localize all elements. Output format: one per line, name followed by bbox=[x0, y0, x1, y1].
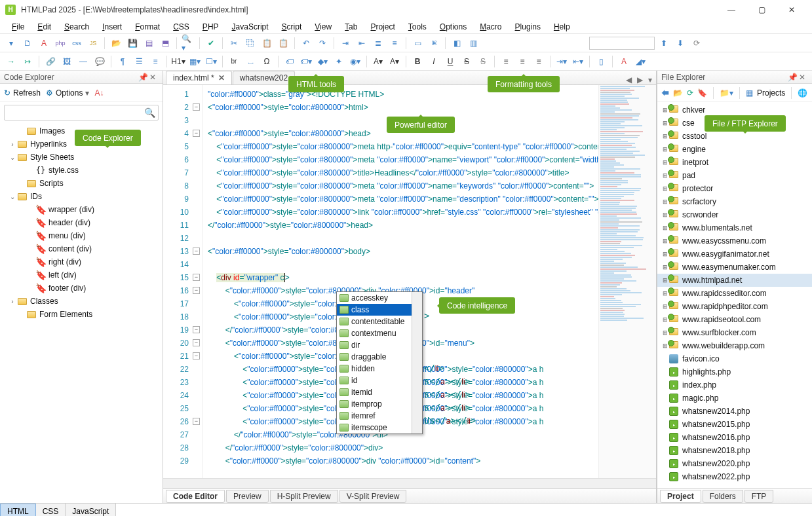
autocomplete-item[interactable]: itemref bbox=[337, 410, 422, 422]
br-icon[interactable]: br bbox=[227, 54, 241, 69]
ol-icon[interactable]: ≡ bbox=[148, 54, 163, 69]
mode-tab[interactable]: CSS bbox=[36, 504, 66, 516]
menu-tab[interactable]: Tab bbox=[338, 20, 364, 33]
search-input[interactable] bbox=[7, 106, 144, 119]
close-panel-icon[interactable]: ✕ bbox=[799, 73, 808, 82]
file-row[interactable]: ⊞www.surfblocker.com bbox=[657, 326, 812, 339]
file-row[interactable]: ▸index.php bbox=[657, 378, 812, 392]
close-button[interactable]: ✕ bbox=[777, 0, 807, 20]
palette-icon[interactable]: ▥ bbox=[466, 36, 480, 50]
file-row[interactable]: ⊞www.easycssmenu.com bbox=[657, 234, 812, 248]
tree-item[interactable]: 🔖menu (div) bbox=[0, 229, 163, 242]
open-icon[interactable]: 📂 bbox=[109, 36, 123, 50]
indent2-icon[interactable]: ⇥▾ bbox=[554, 54, 569, 69]
para-icon[interactable]: ¶ bbox=[115, 54, 130, 69]
textcolor-icon[interactable]: A bbox=[617, 54, 631, 69]
file-row[interactable]: favicon.ico bbox=[657, 352, 812, 365]
code-tree[interactable]: Images›Hyperlinks⌄Style Sheets{}style.cs… bbox=[0, 123, 163, 322]
file-row[interactable]: ⊞chkver bbox=[657, 103, 812, 117]
css-btn-icon[interactable]: ◆▾ bbox=[315, 54, 330, 69]
savecloud-icon[interactable]: ⬒ bbox=[158, 36, 172, 50]
heading-icon[interactable]: H1▾ bbox=[171, 54, 185, 69]
menu-format[interactable]: Format bbox=[128, 20, 166, 33]
proj-icon[interactable]: ▦ bbox=[746, 88, 753, 98]
file-row[interactable]: ▸whatsnew2018.php bbox=[657, 444, 812, 457]
arrow-icon[interactable]: → bbox=[4, 54, 18, 69]
file-row[interactable]: ⊞scrwonder bbox=[657, 208, 812, 221]
file-row[interactable]: ⊞www.rapidcsseditor.com bbox=[657, 287, 812, 300]
scrollbar-v[interactable] bbox=[412, 292, 422, 433]
autocomplete-item[interactable]: hidden bbox=[337, 363, 422, 375]
tree-item[interactable]: 🔖right (div) bbox=[0, 255, 163, 268]
sync-icon[interactable]: ⟳ bbox=[689, 36, 704, 50]
file-row[interactable]: ⊞www.easymenumaker.com bbox=[657, 261, 812, 274]
tree-item[interactable]: 🔖footer (div) bbox=[0, 282, 163, 295]
line-icon[interactable]: — bbox=[76, 54, 90, 69]
bgcolor-icon[interactable]: ◢▾ bbox=[633, 54, 648, 69]
fold-icon[interactable]: − bbox=[193, 274, 200, 281]
menu-edit[interactable]: Edit bbox=[31, 20, 58, 33]
minimize-button[interactable]: — bbox=[716, 0, 746, 20]
refresh-icon[interactable]: ⟳ bbox=[687, 88, 693, 98]
editor-tab[interactable]: index.html *✕ bbox=[166, 71, 232, 84]
autocomplete-item[interactable]: draggable bbox=[337, 351, 422, 363]
tree-item[interactable]: ›Classes bbox=[0, 295, 163, 308]
menu-macro[interactable]: Macro bbox=[473, 20, 508, 33]
projects-label[interactable]: Projects bbox=[757, 88, 785, 98]
autocomplete-item[interactable]: itemprop bbox=[337, 398, 422, 410]
undo-icon[interactable]: ↶ bbox=[299, 36, 313, 50]
scrollbar-h[interactable] bbox=[163, 478, 656, 488]
color-icon[interactable]: ◉▾ bbox=[348, 54, 362, 69]
tree-item[interactable]: Form Elements bbox=[0, 308, 163, 321]
menu-script[interactable]: Script bbox=[275, 20, 309, 33]
bookmark-icon[interactable]: 🔖 bbox=[697, 88, 707, 98]
menu-php[interactable]: PHP bbox=[196, 20, 225, 33]
tree-item[interactable]: {}style.css bbox=[0, 164, 163, 177]
border-icon[interactable]: ▯ bbox=[594, 54, 608, 69]
menu-view[interactable]: View bbox=[308, 20, 338, 33]
file-row[interactable]: ⊞www.rapidseotool.com bbox=[657, 313, 812, 326]
menu-javascript[interactable]: JavaScript bbox=[225, 20, 275, 33]
file-row[interactable]: ⊞scrfactory bbox=[657, 195, 812, 208]
new-js-icon[interactable]: JS bbox=[86, 36, 100, 50]
form-icon[interactable]: ☐▾ bbox=[204, 54, 218, 69]
indent-icon[interactable]: ⇥ bbox=[338, 36, 353, 50]
download-icon[interactable]: ⬇ bbox=[673, 36, 687, 50]
tab-next-icon[interactable]: ▶ bbox=[637, 75, 643, 84]
tree-item[interactable]: 🔖content (div) bbox=[0, 242, 163, 255]
autocomplete-popup[interactable]: accesskeyclasscontenteditablecontextmenu… bbox=[336, 291, 423, 434]
gear-icon[interactable]: ⚙ bbox=[46, 88, 53, 98]
sort-icon[interactable]: A↓ bbox=[94, 88, 104, 98]
image-icon[interactable]: 🖼 bbox=[60, 54, 74, 69]
pin-icon[interactable]: 📌 bbox=[788, 73, 797, 82]
autocomplete-item[interactable]: class bbox=[337, 304, 422, 316]
new-icon[interactable]: ▾ bbox=[4, 36, 18, 50]
menu-help[interactable]: Help bbox=[547, 20, 577, 33]
fold-icon[interactable]: − bbox=[193, 130, 200, 137]
ruler-icon[interactable]: ▭ bbox=[410, 36, 425, 50]
fold-icon[interactable]: − bbox=[193, 352, 200, 359]
file-row[interactable]: ⊞www.easygifanimator.net bbox=[657, 248, 812, 261]
tree-item[interactable]: ⌄IDs bbox=[0, 190, 163, 203]
outdent-icon[interactable]: ⇤ bbox=[355, 36, 369, 50]
view-tab[interactable]: V-Split Preview bbox=[339, 490, 407, 503]
autocomplete-item[interactable]: id bbox=[337, 375, 422, 386]
spellcheck-icon[interactable]: ✔ bbox=[204, 36, 218, 50]
autocomplete-item[interactable]: contextmenu bbox=[337, 327, 422, 339]
paste-icon[interactable]: 📋 bbox=[260, 36, 274, 50]
italic-icon[interactable]: I bbox=[427, 54, 441, 69]
close-panel-icon[interactable]: ✕ bbox=[149, 73, 159, 82]
strike2-icon[interactable]: S bbox=[476, 54, 490, 69]
underline-icon[interactable]: U bbox=[443, 54, 457, 69]
new-php-icon[interactable]: php bbox=[53, 36, 68, 50]
up-icon[interactable]: 📂 bbox=[673, 88, 683, 98]
search-field[interactable]: 🔍 bbox=[4, 105, 159, 120]
view-tab[interactable]: Preview bbox=[226, 490, 269, 503]
explorer-tab[interactable]: Project bbox=[660, 490, 701, 503]
editor-tab[interactable]: whatsnew202 bbox=[233, 71, 295, 84]
file-row[interactable]: ▸whatsnew2014.php bbox=[657, 405, 812, 418]
tab-prev-icon[interactable]: ◀ bbox=[626, 75, 632, 84]
tab-menu-icon[interactable]: ▾ bbox=[648, 75, 652, 84]
align-center-icon[interactable]: ≡ bbox=[515, 54, 530, 69]
outdent2-icon[interactable]: ⇤▾ bbox=[571, 54, 585, 69]
